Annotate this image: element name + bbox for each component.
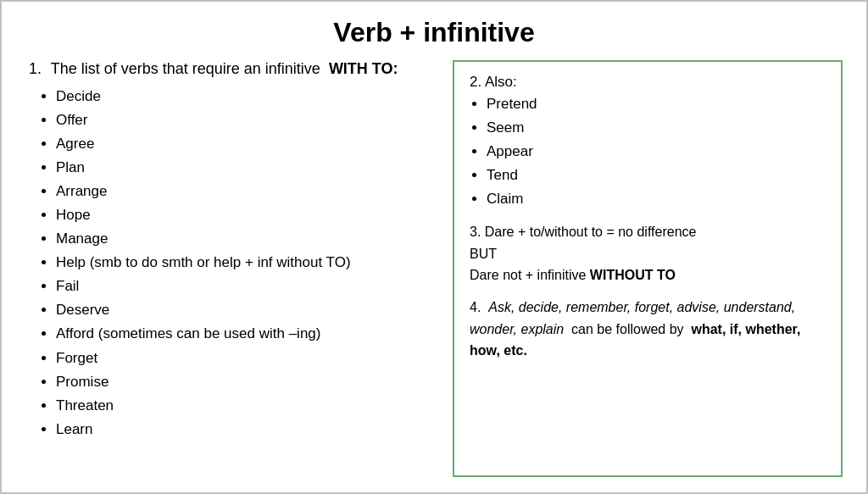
section1-heading: 1. The list of verbs that require an inf… xyxy=(29,60,436,78)
also-heading: 2. Also: xyxy=(470,74,826,91)
list-item: Help (smb to do smth or help + inf witho… xyxy=(56,251,436,275)
list-item: Tend xyxy=(487,164,826,187)
right-column: 2. Also: Pretend Seem Appear Tend Claim … xyxy=(453,60,843,477)
list-item: Seem xyxy=(487,116,826,140)
list-item: Promise xyxy=(56,370,436,394)
dare-line1: 3. Dare + to/without to = no difference xyxy=(470,225,696,239)
list-item: Appear xyxy=(487,140,826,164)
list-item: Learn xyxy=(56,418,436,441)
also-list: Pretend Seem Appear Tend Claim xyxy=(487,92,826,211)
list-item: Threaten xyxy=(56,394,436,418)
page-title: Verb + infinitive xyxy=(25,17,843,48)
slide: Verb + infinitive 1. The list of verbs t… xyxy=(0,0,868,494)
list-item: Offer xyxy=(56,108,436,132)
section1-bold: WITH TO: xyxy=(329,60,398,77)
dare-bold: WITHOUT TO xyxy=(590,268,676,282)
list-item: Afford (sometimes can be used with –ing) xyxy=(56,322,436,346)
dare-line2: BUT xyxy=(470,247,497,261)
list-item: Arrange xyxy=(56,180,436,203)
also-section: 2. Also: Pretend Seem Appear Tend Claim xyxy=(470,74,826,211)
list-item: Manage xyxy=(56,227,436,251)
dare-section: 3. Dare + to/without to = no difference … xyxy=(470,221,826,286)
list-item: Hope xyxy=(56,203,436,227)
left-column: 1. The list of verbs that require an inf… xyxy=(25,60,453,477)
section1-number: 1. xyxy=(29,60,42,77)
list-item: Fail xyxy=(56,275,436,298)
section1-text: The list of verbs that require an infini… xyxy=(51,60,320,77)
list-item: Forget xyxy=(56,347,436,370)
content-area: 1. The list of verbs that require an inf… xyxy=(25,60,843,477)
dare-line3: Dare not + infinitive xyxy=(470,268,586,282)
list-item: Pretend xyxy=(487,92,826,116)
ask-section: 4. Ask, decide, remember, forget, advise… xyxy=(470,297,826,362)
ask-prefix: 4. xyxy=(470,300,481,314)
verb-list: Decide Offer Agree Plan Arrange Hope Man… xyxy=(56,85,436,441)
ask-middle: can be followed by xyxy=(571,322,684,336)
list-item: Decide xyxy=(56,85,436,108)
list-item: Agree xyxy=(56,132,436,156)
list-item: Plan xyxy=(56,156,436,180)
list-item: Claim xyxy=(487,187,826,211)
list-item: Deserve xyxy=(56,298,436,322)
